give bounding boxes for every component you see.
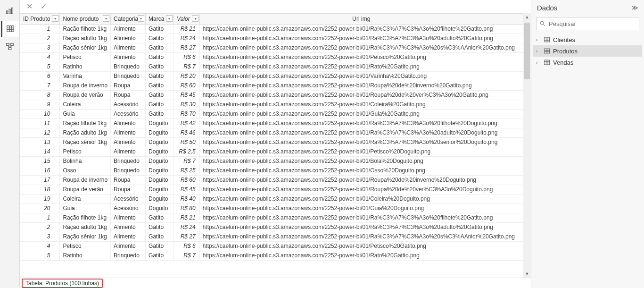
- cell-valor[interactable]: R$ 24: [174, 223, 200, 232]
- column-header-nome[interactable]: Nome produto▾: [60, 14, 111, 25]
- column-header-valor[interactable]: Valor▾: [174, 14, 200, 25]
- cell-url[interactable]: https://caelum-online-public.s3.amazonaw…: [199, 81, 530, 91]
- cell-valor[interactable]: R$ 80: [174, 204, 200, 213]
- cell-valor[interactable]: R$ 7: [174, 157, 200, 166]
- cell-id[interactable]: 7: [20, 81, 60, 91]
- cell-url[interactable]: https://caelum-online-public.s3.amazonaw…: [199, 232, 530, 242]
- column-dropdown-icon[interactable]: ▾: [52, 15, 58, 22]
- cell-marca[interactable]: Doguito: [146, 185, 174, 195]
- cell-marca[interactable]: Gatito: [146, 100, 174, 110]
- column-header-cat[interactable]: Categoria▾: [111, 14, 146, 25]
- cell-valor[interactable]: R$ 21: [174, 213, 200, 223]
- cell-valor[interactable]: R$ 25: [174, 166, 200, 176]
- cell-id[interactable]: 19: [20, 195, 60, 204]
- cell-url[interactable]: https://caelum-online-public.s3.amazonaw…: [199, 157, 530, 166]
- cell-id[interactable]: 5: [20, 251, 60, 261]
- cell-cat[interactable]: Alimento: [111, 223, 146, 232]
- table-row[interactable]: 2Ração adulto 1kgAlimentoGatitoR$ 24http…: [20, 34, 531, 43]
- table-row[interactable]: 9ColeiraAcessórioGatitoR$ 30https://cael…: [20, 100, 531, 110]
- cell-valor[interactable]: R$ 70: [174, 110, 200, 119]
- cell-url[interactable]: https://caelum-online-public.s3.amazonaw…: [199, 119, 530, 128]
- cell-cat[interactable]: Alimento: [111, 128, 146, 138]
- cell-marca[interactable]: Doguito: [146, 157, 174, 166]
- cell-valor[interactable]: R$ 24: [174, 34, 200, 43]
- cell-url[interactable]: https://caelum-online-public.s3.amazonaw…: [199, 62, 530, 72]
- cell-id[interactable]: 5: [20, 62, 60, 72]
- cell-marca[interactable]: Gatito: [146, 72, 174, 81]
- cell-id[interactable]: 9: [20, 100, 60, 110]
- cell-nome[interactable]: Ração adulto 1kg: [60, 128, 111, 138]
- table-item-produtos[interactable]: ›Produtos: [533, 45, 642, 57]
- cell-cat[interactable]: Alimento: [111, 25, 146, 34]
- cell-cat[interactable]: Roupa: [111, 81, 146, 91]
- cell-cat[interactable]: Alimento: [111, 242, 146, 251]
- cell-marca[interactable]: Doguito: [146, 166, 174, 176]
- cell-cat[interactable]: Alimento: [111, 34, 146, 43]
- cell-nome[interactable]: Petisco: [60, 242, 111, 251]
- cell-id[interactable]: 2: [20, 223, 60, 232]
- cell-id[interactable]: 20: [20, 204, 60, 213]
- cell-nome[interactable]: Ração sênior 1kg: [60, 138, 111, 147]
- table-row[interactable]: 4PetiscoAlimentoGatitoR$ 6https://caelum…: [20, 242, 531, 251]
- cell-url[interactable]: https://caelum-online-public.s3.amazonaw…: [199, 53, 530, 62]
- cell-valor[interactable]: R$ 27: [174, 43, 200, 53]
- cell-marca[interactable]: Gatito: [146, 34, 174, 43]
- cell-url[interactable]: https://caelum-online-public.s3.amazonaw…: [199, 251, 530, 261]
- scroll-up-arrow-icon[interactable]: ▲: [523, 13, 531, 21]
- cell-nome[interactable]: Ração adulto 1kg: [60, 223, 111, 232]
- cell-nome[interactable]: Ração filhote 1kg: [60, 213, 111, 223]
- cell-nome[interactable]: Coleira: [60, 195, 111, 204]
- cell-cat[interactable]: Brinquedo: [111, 166, 146, 176]
- scroll-down-arrow-icon[interactable]: ▼: [523, 270, 531, 278]
- cell-id[interactable]: 4: [20, 242, 60, 251]
- cell-marca[interactable]: Gatito: [146, 251, 174, 261]
- collapse-pane-icon[interactable]: ≫: [631, 4, 638, 11]
- cell-url[interactable]: https://caelum-online-public.s3.amazonaw…: [199, 110, 530, 119]
- cell-marca[interactable]: Gatito: [146, 110, 174, 119]
- cell-cat[interactable]: Roupa: [111, 91, 146, 100]
- cell-valor[interactable]: R$ 30: [174, 100, 200, 110]
- cell-marca[interactable]: Gatito: [146, 242, 174, 251]
- cell-url[interactable]: https://caelum-online-public.s3.amazonaw…: [199, 128, 530, 138]
- column-dropdown-icon[interactable]: ▾: [192, 15, 198, 22]
- cell-cat[interactable]: Acessório: [111, 204, 146, 213]
- cell-valor[interactable]: R$ 45: [174, 91, 200, 100]
- table-row[interactable]: 1Ração filhote 1kgAlimentoGatitoR$ 21htt…: [20, 25, 531, 34]
- table-row[interactable]: 5RatinhoBrinquedoGatitoR$ 7https://caelu…: [20, 62, 531, 72]
- cell-valor[interactable]: R$ 27: [174, 232, 200, 242]
- data-view-button[interactable]: [1, 21, 19, 37]
- cell-id[interactable]: 14: [20, 147, 60, 157]
- cell-url[interactable]: https://caelum-online-public.s3.amazonaw…: [199, 223, 530, 232]
- cell-marca[interactable]: Gatito: [146, 232, 174, 242]
- table-row[interactable]: 20GuiaAcessórioDoguitoR$ 80https://caelu…: [20, 204, 531, 213]
- cell-cat[interactable]: Alimento: [111, 138, 146, 147]
- cell-valor[interactable]: R$ 21: [174, 25, 200, 34]
- cell-url[interactable]: https://caelum-online-public.s3.amazonaw…: [199, 176, 530, 185]
- cell-cat[interactable]: Alimento: [111, 147, 146, 157]
- cell-nome[interactable]: Guia: [60, 204, 111, 213]
- table-row[interactable]: 14PetiscoAlimentoDoguitoR$ 2,5https://ca…: [20, 147, 531, 157]
- table-row[interactable]: 8Roupa de verãoRoupaGatitoR$ 45https://c…: [20, 91, 531, 100]
- table-row[interactable]: 7Roupa de invernoRoupaGatitoR$ 60https:/…: [20, 81, 531, 91]
- cell-url[interactable]: https://caelum-online-public.s3.amazonaw…: [199, 242, 530, 251]
- cell-nome[interactable]: Ração adulto 1kg: [60, 34, 111, 43]
- cell-nome[interactable]: Ração filhote 1kg: [60, 25, 111, 34]
- cell-url[interactable]: https://caelum-online-public.s3.amazonaw…: [199, 72, 530, 81]
- cell-cat[interactable]: Alimento: [111, 53, 146, 62]
- cell-url[interactable]: https://caelum-online-public.s3.amazonaw…: [199, 204, 530, 213]
- table-row[interactable]: 5RatinhoBrinquedoGatitoR$ 7https://caelu…: [20, 251, 531, 261]
- cell-cat[interactable]: Brinquedo: [111, 251, 146, 261]
- cell-url[interactable]: https://caelum-online-public.s3.amazonaw…: [199, 195, 530, 204]
- cell-marca[interactable]: Doguito: [146, 119, 174, 128]
- table-row[interactable]: 13Ração sênior 1kgAlimentoDoguitoR$ 50ht…: [20, 138, 531, 147]
- cell-nome[interactable]: Roupa de inverno: [60, 176, 111, 185]
- cell-nome[interactable]: Roupa de verão: [60, 185, 111, 195]
- table-row[interactable]: 11Ração filhote 1kgAlimentoDoguitoR$ 42h…: [20, 119, 531, 128]
- cell-id[interactable]: 16: [20, 166, 60, 176]
- cancel-icon[interactable]: ✕: [25, 2, 34, 11]
- cell-url[interactable]: https://caelum-online-public.s3.amazonaw…: [199, 91, 530, 100]
- cell-id[interactable]: 8: [20, 91, 60, 100]
- table-row[interactable]: 12Ração adulto 1kgAlimentoDoguitoR$ 46ht…: [20, 128, 531, 138]
- cell-id[interactable]: 10: [20, 110, 60, 119]
- table-row[interactable]: 18Roupa de verãoRoupaDoguitoR$ 45https:/…: [20, 185, 531, 195]
